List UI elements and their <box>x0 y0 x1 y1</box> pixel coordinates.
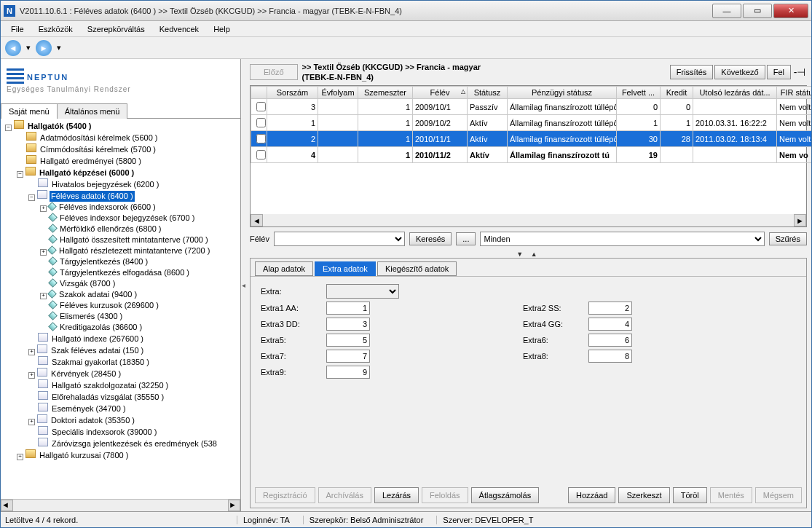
menu-file[interactable]: File <box>5 23 30 35</box>
grid-hscroll[interactable]: ◄► <box>251 214 806 226</box>
grid-header[interactable]: FIR státu <box>777 87 812 99</box>
pin-icon[interactable]: -⊣ <box>792 66 807 78</box>
menu-szerepkörváltás[interactable]: Szerepkörváltás <box>82 23 151 35</box>
tab-kieg[interactable]: Kiegészítő adatok <box>377 261 457 276</box>
tree-node[interactable]: Hallgató részletezett mintatanterve (720… <box>58 245 211 256</box>
filter-button[interactable]: Szűrés <box>769 232 807 245</box>
tree-node[interactable]: Féléves indexsor bejegyzések (6700 ) <box>58 213 196 224</box>
grid-header[interactable]: Utolsó lezárás dát... <box>693 87 777 99</box>
tree-collapse-icon[interactable]: − <box>17 171 23 178</box>
menu-kedvencek[interactable]: Kedvencek <box>154 23 205 35</box>
tree-node[interactable]: Előrehaladás vizsgálat (35550 ) <box>50 392 165 403</box>
nav-back-button[interactable]: ◄ <box>5 40 21 56</box>
minden-select[interactable]: Minden <box>480 232 764 246</box>
next-button[interactable]: Következő <box>714 65 765 79</box>
minimize-button[interactable]: — <box>712 4 741 18</box>
tree-expand-icon[interactable]: + <box>28 419 35 425</box>
tree-node[interactable]: Elismerés (4300 ) <box>58 311 124 322</box>
grid-header[interactable]: Szemeszter <box>358 87 413 99</box>
tree-node[interactable]: Hallgató indexe (267600 ) <box>50 334 145 344</box>
regisztracio-button[interactable]: Regisztráció <box>255 487 315 503</box>
grid-header[interactable]: Sorszám <box>267 87 318 99</box>
grid-header[interactable]: Felvett ... <box>617 87 661 99</box>
tree-hscroll[interactable]: ◄► <box>1 499 240 511</box>
tree-collapse-icon[interactable]: − <box>5 125 12 131</box>
row-checkbox[interactable] <box>256 150 266 159</box>
tree-node[interactable]: Szakok adatai (9400 ) <box>58 289 138 300</box>
table-row[interactable]: 412010/11/2AktívÁllamilag finanszírozott… <box>251 147 812 163</box>
torol-button[interactable]: Töröl <box>673 487 707 503</box>
extra-input[interactable] <box>326 334 370 347</box>
tree-node[interactable]: Vizsgák (8700 ) <box>58 278 117 289</box>
tree-expand-icon[interactable]: + <box>40 249 47 256</box>
table-row[interactable]: 112009/10/2AktívÁllamilag finanszírozott… <box>251 115 812 131</box>
extra-input[interactable] <box>588 350 632 363</box>
tree-node[interactable]: Speciális indexsorok (39000 ) <box>50 427 158 438</box>
maximize-button[interactable]: ▭ <box>743 4 772 18</box>
feloldas-button[interactable]: Feloldás <box>422 487 468 503</box>
refresh-button[interactable]: Frissítés <box>670 65 714 79</box>
tree-expand-icon[interactable]: + <box>40 205 47 212</box>
nav-back-dropdown[interactable]: ▾ <box>24 40 33 56</box>
table-row[interactable]: 312009/10/1PasszívÁllamilag finanszírozo… <box>251 99 812 115</box>
tree-node[interactable]: Hallgató összesített mintatanterve (7000… <box>58 235 210 245</box>
tree-node[interactable]: Hallgató képzései (6000 ) <box>38 168 135 178</box>
tree-expand-icon[interactable]: + <box>17 454 23 460</box>
tree-node[interactable]: Féléves adatok (6400 ) <box>50 191 135 202</box>
hozzaad-button[interactable]: Hozzáad <box>568 487 615 503</box>
lezaras-button[interactable]: Lezárás <box>374 487 419 503</box>
dots-button[interactable]: ... <box>456 232 476 245</box>
tree-expand-icon[interactable]: + <box>40 293 47 299</box>
tree-tab-general[interactable]: Általános menü <box>57 103 128 119</box>
extra-input[interactable] <box>588 334 632 347</box>
tab-extra[interactable]: Extra adatok <box>315 261 376 276</box>
tree-expand-icon[interactable]: + <box>28 349 35 355</box>
tree-node[interactable]: Hallgató eredményei (5800 ) <box>39 156 143 167</box>
tree-node[interactable]: Záróvizsga jelentkezések és eredmények (… <box>50 438 218 449</box>
tree-node[interactable]: Címmódosítási kérelmek (5700 ) <box>39 144 157 155</box>
tree-node[interactable]: Hallgatók (5400 ) <box>26 121 92 132</box>
tree-node[interactable]: Hivatalos bejegyzések (6200 ) <box>50 179 160 190</box>
tree-node[interactable]: Adatmódosítási kérelmek (5600 ) <box>39 133 159 143</box>
tree-node[interactable]: Hallgató szakdolgozatai (32250 ) <box>50 380 170 391</box>
tree-node[interactable]: Tárgyjelentkezés (8400 ) <box>58 256 149 267</box>
row-checkbox[interactable] <box>256 134 266 143</box>
extra-input[interactable] <box>326 318 370 331</box>
extra-input[interactable] <box>588 302 632 315</box>
tree-node[interactable]: Szak féléves adatai (150 ) <box>50 345 145 356</box>
megsem-button[interactable]: Mégsem <box>755 487 802 503</box>
archivalas-button[interactable]: Archíválás <box>318 487 371 503</box>
grid-header[interactable] <box>251 87 267 99</box>
menu-eszközök[interactable]: Eszközök <box>33 23 79 35</box>
extra-input[interactable] <box>588 318 632 331</box>
tree-expand-icon[interactable]: + <box>28 372 35 379</box>
menu-help[interactable]: Help <box>208 23 236 35</box>
tab-alap[interactable]: Alap adatok <box>255 261 313 276</box>
nav-forward-button[interactable]: ► <box>36 40 52 56</box>
szerkeszt-button[interactable]: Szerkeszt <box>618 487 669 503</box>
tree-collapse-icon[interactable]: − <box>28 194 35 201</box>
tree-node[interactable]: Kérvények (28450 ) <box>50 369 122 379</box>
expander-icon[interactable]: ▼ ▲ <box>245 251 811 258</box>
extra-select[interactable] <box>326 284 399 299</box>
tree-node[interactable]: Féléves kurzusok (269600 ) <box>58 300 160 311</box>
extra-input[interactable] <box>326 366 370 379</box>
tree-node[interactable]: Féléves indexsorok (6600 ) <box>58 202 157 213</box>
extra-input[interactable] <box>326 350 370 363</box>
grid-header[interactable]: Évfolyam <box>318 87 358 99</box>
tree-node[interactable]: Mérföldkő ellenőrzés (6800 ) <box>58 224 162 235</box>
felev-select[interactable] <box>274 232 405 246</box>
table-row[interactable]: 212010/11/1AktívÁllamilag finanszírozott… <box>251 131 812 147</box>
nav-tree[interactable]: − Hallgatók (5400 ) Adatmódosítási kérel… <box>1 119 240 499</box>
grid-header[interactable]: Státusz <box>468 87 508 99</box>
up-button[interactable]: Fel <box>767 65 791 79</box>
atlag-button[interactable]: Átlagszámolás <box>471 487 540 503</box>
tree-node[interactable]: Hallgató kurzusai (7800 ) <box>38 450 130 461</box>
close-button[interactable]: ✕ <box>773 4 808 18</box>
tree-tab-own[interactable]: Saját menü <box>1 103 58 119</box>
tree-node[interactable]: Doktori adatok (35350 ) <box>50 415 136 426</box>
mentes-button[interactable]: Mentés <box>710 487 752 503</box>
tree-node[interactable]: Események (34700 ) <box>50 403 127 414</box>
prev-button[interactable]: Előző <box>250 64 298 80</box>
tree-node[interactable]: Tárgyjelentkezés elfogadása (8600 ) <box>58 267 191 278</box>
